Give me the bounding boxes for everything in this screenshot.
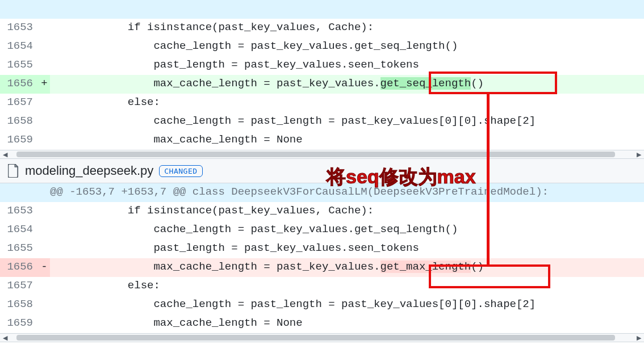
line-number: [0, 0, 39, 19]
hunk-header: @@ -1653,7 +1653,7 @@ class DeepseekV3Fo…: [0, 183, 644, 202]
line-number: [0, 183, 39, 202]
code-post: (): [471, 77, 484, 90]
diff-marker: [39, 19, 50, 37]
diff-marker: [39, 277, 50, 296]
line-number: 1658: [0, 112, 39, 131]
code-line[interactable]: if isinstance(past_key_values, Cache):: [50, 202, 644, 221]
line-number: 1656: [0, 75, 39, 94]
diff-row-added: 1656 + max_cache_length = past_key_value…: [0, 75, 644, 94]
diff-marker: [39, 202, 50, 221]
diff-marker: [39, 314, 50, 333]
diff-row: 1655 past_length = past_key_values.seen_…: [0, 56, 644, 75]
diff-row: 1659 max_cache_length = None: [0, 314, 644, 333]
line-number: 1654: [0, 221, 39, 239]
scroll-left-arrow-icon[interactable]: ◀: [0, 150, 10, 158]
line-number: 1653: [0, 202, 39, 221]
line-number: 1658: [0, 296, 39, 314]
file-header: modeling_deepseek.py CHANGED: [0, 159, 644, 183]
horizontal-scrollbar-bottom[interactable]: ◀ ▶: [0, 333, 644, 342]
diff-row: 1658 cache_length = past_length = past_k…: [0, 296, 644, 314]
line-number: 1653: [0, 19, 39, 37]
file-name[interactable]: modeling_deepseek.py: [25, 163, 153, 178]
diff-marker: [39, 131, 50, 150]
code-line[interactable]: past_length = past_key_values.seen_token…: [50, 239, 644, 258]
line-number: 1659: [0, 314, 39, 333]
scroll-right-arrow-icon[interactable]: ▶: [634, 334, 644, 342]
code-post: (): [471, 260, 484, 273]
scroll-left-arrow-icon[interactable]: ◀: [0, 334, 10, 342]
line-number: 1659: [0, 131, 39, 150]
diff-marker: [39, 112, 50, 131]
changed-badge: CHANGED: [159, 165, 202, 177]
diff-row: 1655 past_length = past_key_values.seen_…: [0, 239, 644, 258]
diff-row: 1657 else:: [0, 94, 644, 112]
scroll-track[interactable]: [10, 334, 634, 342]
code-line[interactable]: if isinstance(past_key_values, Cache):: [50, 19, 644, 37]
code-line-added[interactable]: max_cache_length = past_key_values.get_s…: [50, 75, 644, 94]
diff-marker-minus: -: [39, 258, 50, 277]
hunk-text: @@ -1653,7 +1653,7 @@ class DeepseekV3Fo…: [50, 183, 644, 202]
code-highlight-deleted: get_max_length: [380, 260, 471, 273]
diff-marker: [39, 296, 50, 314]
line-number: 1657: [0, 277, 39, 296]
code-line: [50, 0, 644, 19]
diff-row: 1659 max_cache_length = None: [0, 131, 644, 150]
diff-marker: [39, 239, 50, 258]
diff-row: 1657 else:: [0, 277, 644, 296]
horizontal-scrollbar-top[interactable]: ◀ ▶: [0, 150, 644, 158]
diff-row: 1653 if isinstance(past_key_values, Cach…: [0, 19, 644, 37]
diff-row: 1653 if isinstance(past_key_values, Cach…: [0, 202, 644, 221]
hunk-spacer: [0, 0, 644, 19]
code-highlight-added: get_seq_length: [380, 77, 471, 90]
line-number: 1656: [0, 258, 39, 277]
code-line[interactable]: cache_length = past_length = past_key_va…: [50, 112, 644, 131]
diff-marker-plus: +: [39, 75, 50, 94]
code-line[interactable]: cache_length = past_key_values.get_seq_l…: [50, 37, 644, 56]
diff-marker: [39, 183, 50, 202]
diff-row: 1658 cache_length = past_length = past_k…: [0, 112, 644, 131]
code-line[interactable]: max_cache_length = None: [50, 314, 644, 333]
code-line[interactable]: else:: [50, 277, 644, 296]
code-line[interactable]: cache_length = past_length = past_key_va…: [50, 296, 644, 314]
code-line[interactable]: cache_length = past_key_values.get_seq_l…: [50, 221, 644, 239]
diff-marker: [39, 56, 50, 75]
line-number: 1655: [0, 239, 39, 258]
file-icon: [8, 164, 19, 178]
line-number: 1654: [0, 37, 39, 56]
diff-row: 1654 cache_length = past_key_values.get_…: [0, 221, 644, 239]
diff-row: 1654 cache_length = past_key_values.get_…: [0, 37, 644, 56]
diff-marker: [39, 37, 50, 56]
scroll-thumb[interactable]: [16, 335, 615, 341]
scroll-track[interactable]: [10, 150, 634, 158]
scroll-right-arrow-icon[interactable]: ▶: [634, 150, 644, 158]
line-number: 1657: [0, 94, 39, 112]
code-pre: max_cache_length = past_key_values.: [50, 260, 380, 273]
diff-row-deleted: 1656 - max_cache_length = past_key_value…: [0, 258, 644, 277]
diff-content-bottom[interactable]: @@ -1653,7 +1653,7 @@ class DeepseekV3Fo…: [0, 183, 644, 333]
code-line-deleted[interactable]: max_cache_length = past_key_values.get_m…: [50, 258, 644, 277]
code-line[interactable]: max_cache_length = None: [50, 131, 644, 150]
code-pre: max_cache_length = past_key_values.: [50, 77, 380, 90]
diff-marker: [39, 221, 50, 239]
code-line[interactable]: past_length = past_key_values.seen_token…: [50, 56, 644, 75]
diff-marker: [39, 0, 50, 19]
diff-content-top[interactable]: 1653 if isinstance(past_key_values, Cach…: [0, 0, 644, 150]
diff-marker: [39, 94, 50, 112]
diff-panel-top: 1653 if isinstance(past_key_values, Cach…: [0, 0, 644, 159]
scroll-thumb[interactable]: [16, 152, 615, 157]
line-number: 1655: [0, 56, 39, 75]
diff-panel-bottom: @@ -1653,7 +1653,7 @@ class DeepseekV3Fo…: [0, 183, 644, 342]
code-line[interactable]: else:: [50, 94, 644, 112]
